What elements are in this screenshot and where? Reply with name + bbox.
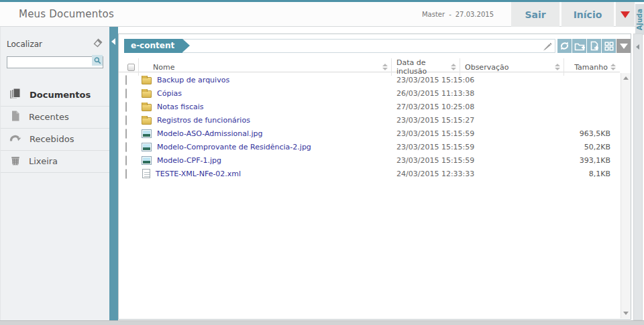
- table-row[interactable]: Modelo-Comprovante de Residência-2.jpg 2…: [119, 140, 620, 153]
- row-checkbox[interactable]: [125, 115, 127, 125]
- user-session-info: Master-27.03.2015: [420, 11, 496, 18]
- sidebar-splitter[interactable]: [109, 27, 118, 320]
- alert-dropdown-button[interactable]: [616, 2, 635, 27]
- table-header: Nome Data de inclusão Observação Tamanho: [119, 58, 620, 72]
- file-name-link[interactable]: Registros de funcionários: [157, 116, 250, 125]
- refresh-button[interactable]: [557, 39, 572, 53]
- help-tab[interactable]: Ajuda: [635, 4, 644, 35]
- grid-view-icon: [604, 42, 614, 51]
- table-row[interactable]: Backup de arquivos 23/03/2015 15:15:06: [119, 73, 620, 86]
- file-name-link[interactable]: Modelo-CPF-1.jpg: [157, 156, 221, 165]
- folder-file-icon: [142, 117, 152, 125]
- file-size: 393,1KB: [564, 156, 620, 165]
- sidebar-item-label: Recentes: [29, 112, 69, 122]
- file-name-link[interactable]: Backup de arquivos: [157, 76, 229, 84]
- column-header-nome: Nome: [142, 63, 174, 72]
- image-file-icon: [142, 129, 152, 138]
- file-size: 50,2KB: [564, 143, 620, 151]
- trash-basket-icon: [9, 154, 21, 168]
- eraser-icon[interactable]: [93, 38, 103, 50]
- new-document-icon: [590, 41, 599, 51]
- file-name-link[interactable]: Notas fiscais: [157, 103, 203, 111]
- file-date: 23/03/2015 15:15:59: [392, 143, 460, 151]
- sidebar-item-lixeira[interactable]: Lixeira: [1, 151, 109, 173]
- folder-file-icon: [142, 77, 152, 84]
- user-date-separator: -: [449, 11, 451, 18]
- file-name-link[interactable]: Cópias: [157, 89, 182, 98]
- file-date: 26/03/2015 11:13:38: [392, 89, 460, 98]
- grid-view-button[interactable]: [602, 39, 616, 53]
- page-title: Meus Documentos: [19, 8, 114, 20]
- breadcrumb-arrow-icon: [182, 39, 190, 52]
- sidebar-item-documentos[interactable]: Documentos: [1, 84, 109, 107]
- new-document-button[interactable]: [587, 39, 601, 53]
- row-checkbox[interactable]: [125, 102, 127, 112]
- sidebar-nav: Documentos Recentes Recebidos Lixeira: [1, 84, 109, 173]
- sidebar-item-label: Recebidos: [30, 134, 74, 144]
- home-button[interactable]: Início: [561, 2, 614, 27]
- table-row[interactable]: Notas fiscais 27/03/2015 10:25:08: [119, 100, 620, 113]
- red-triangle-icon: [621, 11, 630, 18]
- file-name-link[interactable]: Modelo-ASO-Admissional.jpg: [157, 129, 263, 138]
- row-checkbox[interactable]: [125, 155, 127, 166]
- sidebar-item-label: Lixeira: [29, 156, 58, 166]
- sort-icon-tamanho[interactable]: [610, 64, 616, 70]
- documents-stack-icon: [9, 88, 22, 102]
- file-date: 23/03/2015 15:15:06: [392, 76, 460, 84]
- scroll-up-arrow-icon[interactable]: [623, 76, 629, 80]
- more-options-button[interactable]: [616, 39, 631, 53]
- image-file-icon: [142, 143, 152, 151]
- row-checkbox[interactable]: [125, 129, 127, 139]
- table-row[interactable]: Registros de funcionários 23/03/2015 15:…: [119, 113, 620, 127]
- file-date: 23/03/2015 15:15:59: [392, 129, 460, 138]
- app-window: Meus Documentos Master-27.03.2015 Sair I…: [0, 0, 644, 325]
- sort-icon-nome[interactable]: [382, 64, 388, 70]
- folder-file-icon: [142, 90, 152, 98]
- file-name-link[interactable]: TESTE-XML-NFe-02.xml: [156, 170, 241, 178]
- collapse-right-arrow-icon: [636, 44, 639, 50]
- table-scrollbar[interactable]: [621, 73, 631, 318]
- edit-pencil-icon[interactable]: [542, 41, 553, 54]
- table-row[interactable]: TESTE-XML-NFe-02.xml 24/03/2015 12:33:33…: [119, 167, 620, 180]
- file-table-body: Backup de arquivos 23/03/2015 15:15:06 C…: [119, 73, 620, 318]
- row-checkbox[interactable]: [125, 169, 127, 179]
- session-date: 27.03.2015: [455, 11, 494, 18]
- column-header-tamanho: Tamanho: [574, 63, 610, 72]
- sort-icon-data[interactable]: [451, 64, 456, 70]
- table-row[interactable]: Cópias 26/03/2015 11:13:38: [119, 86, 620, 100]
- image-file-icon: [142, 156, 152, 165]
- new-folder-button[interactable]: [572, 39, 586, 53]
- sidebar-item-label: Documentos: [30, 90, 91, 100]
- search-area: Localizar: [1, 27, 109, 68]
- sort-icon-observacao[interactable]: [555, 64, 560, 70]
- file-name-link[interactable]: Modelo-Comprovante de Residência-2.jpg: [157, 143, 311, 151]
- row-checkbox[interactable]: [125, 75, 127, 85]
- logout-button[interactable]: Sair: [511, 2, 559, 27]
- search-input[interactable]: [7, 56, 103, 68]
- file-date: 23/03/2015 15:15:27: [392, 116, 460, 125]
- search-label: Localizar: [7, 40, 42, 49]
- bottom-edge: [0, 320, 644, 325]
- right-panel-splitter[interactable]: [633, 34, 643, 320]
- sidebar-item-recentes[interactable]: Recentes: [1, 107, 109, 129]
- sidebar-item-recebidos[interactable]: Recebidos: [1, 129, 109, 151]
- row-checkbox[interactable]: [125, 88, 127, 99]
- breadcrumb-label: e-content: [131, 41, 174, 50]
- table-row[interactable]: Modelo-CPF-1.jpg 23/03/2015 15:15:59 393…: [119, 153, 620, 167]
- more-dropdown-icon: [620, 44, 628, 49]
- folder-file-icon: [142, 104, 152, 111]
- new-folder-icon: [574, 42, 585, 51]
- recent-document-icon: [9, 110, 21, 124]
- breadcrumb[interactable]: e-content: [124, 39, 182, 53]
- table-row[interactable]: Modelo-ASO-Admissional.jpg 23/03/2015 15…: [119, 127, 620, 140]
- row-checkbox[interactable]: [125, 142, 127, 152]
- select-all-checkbox[interactable]: [127, 64, 135, 71]
- user-name: Master: [422, 11, 445, 18]
- file-date: 23/03/2015 15:15:59: [392, 156, 460, 165]
- file-date: 27/03/2015 10:25:08: [392, 103, 460, 111]
- collapse-left-arrow-icon: [111, 38, 115, 45]
- xml-file-icon: [142, 169, 150, 178]
- magnifier-icon: [94, 57, 101, 64]
- scroll-down-arrow-icon[interactable]: [623, 312, 629, 315]
- search-button[interactable]: [92, 55, 103, 66]
